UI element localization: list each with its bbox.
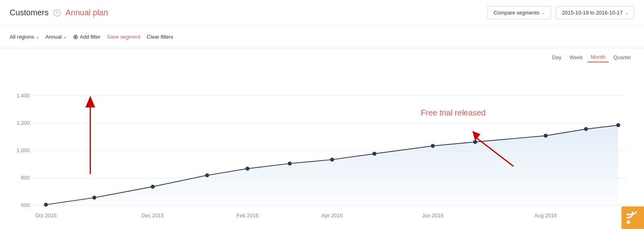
chart-area: Day Week Month Quarter 600 800 1,000 1,2…	[0, 48, 644, 229]
chevron-down-icon: ⌄	[542, 10, 545, 15]
rss-icon	[625, 210, 640, 225]
data-point	[246, 167, 250, 171]
region-filter[interactable]: All regions ⌄	[10, 34, 39, 40]
day-button[interactable]: Day	[549, 53, 565, 62]
time-buttons: Day Week Month Quarter	[549, 52, 634, 62]
filter-bar: All regions ⌄ Annual ⌄ ⊕ Add filter Save…	[0, 26, 644, 48]
svg-text:1,200: 1,200	[17, 120, 30, 126]
header-right: Compare segments ⌄ 2015-10-19 to 2016-10…	[487, 6, 634, 19]
data-point	[584, 127, 588, 131]
chevron-down-icon: ⌄	[63, 35, 66, 39]
page-title: Customers	[10, 8, 49, 17]
data-point	[616, 123, 620, 127]
chevron-down-icon: ⌄	[36, 35, 39, 39]
line-chart: 600 800 1,000 1,200 1,400 Oct 201	[10, 64, 634, 229]
svg-text:600: 600	[21, 202, 30, 208]
help-icon[interactable]: ?	[54, 9, 61, 17]
annotation-text: Free trial released	[421, 108, 485, 117]
svg-text:Dec 2015: Dec 2015	[142, 212, 164, 219]
clear-filters-button[interactable]: Clear filters	[147, 34, 173, 40]
chevron-down-icon: ⌄	[625, 10, 628, 15]
data-point	[372, 152, 376, 156]
svg-point-20	[627, 221, 630, 224]
svg-text:800: 800	[21, 175, 30, 181]
period-filter[interactable]: Annual ⌄	[45, 34, 66, 40]
compare-segments-button[interactable]: Compare segments ⌄	[487, 6, 551, 19]
data-point	[288, 162, 292, 166]
week-button[interactable]: Week	[566, 53, 586, 62]
data-point	[92, 196, 96, 200]
data-point	[431, 144, 435, 148]
month-button[interactable]: Month	[588, 52, 609, 62]
svg-text:Oct 2015: Oct 2015	[35, 212, 57, 219]
svg-text:1,400: 1,400	[17, 93, 30, 99]
data-point	[330, 158, 334, 162]
add-filter-button[interactable]: ⊕ Add filter	[73, 33, 100, 41]
svg-text:Jun 2016: Jun 2016	[422, 212, 444, 219]
svg-text:Apr 2016: Apr 2016	[322, 212, 343, 219]
svg-text:Feb 2016: Feb 2016	[236, 212, 258, 219]
annual-plan-label: Annual plan	[66, 8, 108, 17]
svg-text:Aug 2016: Aug 2016	[535, 212, 557, 219]
quarter-button[interactable]: Quarter	[610, 53, 634, 62]
svg-text:1,000: 1,000	[17, 147, 30, 153]
data-point	[44, 203, 48, 207]
data-point	[151, 185, 155, 189]
page-header: Customers ? Annual plan Compare segments…	[0, 0, 644, 26]
data-point	[205, 173, 209, 177]
chart-svg-container: 600 800 1,000 1,200 1,400 Oct 201	[0, 64, 644, 229]
header-left: Customers ? Annual plan	[10, 8, 108, 17]
save-segment-button[interactable]: Save segment	[107, 34, 140, 40]
svg-marker-17	[85, 96, 95, 107]
plus-icon: ⊕	[73, 33, 78, 41]
rss-badge[interactable]	[621, 206, 644, 229]
data-point	[544, 134, 548, 138]
date-range-button[interactable]: 2015-10-19 to 2016-10-17 ⌄	[556, 6, 634, 19]
arrow-up-annotation	[85, 96, 95, 174]
